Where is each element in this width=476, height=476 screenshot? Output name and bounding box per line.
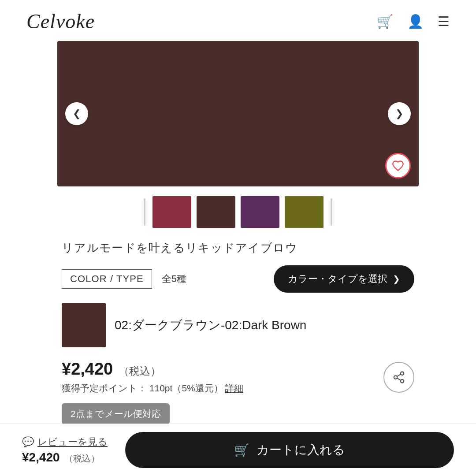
selected-color-swatch [62,303,106,347]
price-row: ¥2,420 （税込） 獲得予定ポイント： 110pt（5%還元） 詳細 [62,360,414,394]
svg-point-2 [401,379,404,383]
color-type-row: COLOR / TYPE 全5種 カラー・タイプを選択 ❯ [62,265,414,293]
arrow-right-icon: ❯ [393,274,400,284]
strip-divider-right [331,198,332,226]
product-image: ❮ ❯ [57,41,419,186]
color-type-badge: COLOR / TYPE [62,269,152,289]
review-section: 💬 レビューを見る ¥2,420 （税込） [22,435,108,465]
svg-line-3 [397,378,401,380]
header: Celvoke 🛒 👤 ☰ [0,0,476,41]
points-line: 獲得予定ポイント： 110pt（5%還元） 詳細 [62,382,243,394]
review-bubble-icon: 💬 [22,436,34,448]
select-button-label: カラー・タイプを選択 [288,272,387,286]
account-icon[interactable]: 👤 [407,14,424,29]
menu-icon[interactable]: ☰ [438,14,450,29]
svg-point-1 [394,376,398,379]
chevron-right-icon: ❯ [395,108,403,119]
cart-icon: 🛒 [234,443,249,457]
wishlist-button[interactable] [385,153,411,178]
strip-divider-left [144,198,145,226]
cart-icon[interactable]: 🛒 [377,14,393,29]
thumbnail-strip [57,196,419,228]
thumbnail-swatch-4[interactable] [285,196,324,228]
points-text: 獲得予定ポイント： 110pt（5%還元） [62,383,223,393]
logo: Celvoke [26,10,95,33]
product-subtitle: リアルモードを叶えるリキッドアイブロウ [62,240,414,256]
chevron-left-icon: ❮ [73,108,81,119]
svg-point-0 [401,372,404,375]
bottom-bar: 💬 レビューを見る ¥2,420 （税込） 🛒 カートに入れる [0,424,476,476]
add-to-cart-button[interactable]: 🛒 カートに入れる [125,432,454,468]
points-detail-link[interactable]: 詳細 [225,383,243,393]
thumbnail-swatch-3[interactable] [241,196,279,228]
selected-color-name: 02:ダークブラウン-02:Dark Brown [115,317,306,334]
thumbnail-swatch-1[interactable] [152,196,191,228]
review-link[interactable]: 💬 レビューを見る [22,435,108,449]
price-info: ¥2,420 （税込） 獲得予定ポイント： 110pt（5%還元） 詳細 [62,360,243,394]
price-amount: ¥2,420 [62,360,113,378]
bottom-price: ¥2,420 [22,450,60,464]
carousel-next-button[interactable]: ❯ [388,102,411,125]
carousel-prev-button[interactable]: ❮ [65,102,88,125]
cart-label: カートに入れる [257,442,345,458]
bottom-price-tax: （税込） [64,454,100,463]
price-line: ¥2,420 （税込） [62,360,243,379]
share-button[interactable] [383,362,414,393]
selected-color-row: 02:ダークブラウン-02:Dark Brown [62,303,414,347]
mail-badge: 2点までメール便対応 [62,403,170,424]
color-type-count: 全5種 [162,272,186,286]
product-info: リアルモードを叶えるリキッドアイブロウ COLOR / TYPE 全5種 カラー… [57,240,419,431]
thumbnail-swatch-2[interactable] [197,196,235,228]
svg-line-4 [397,374,401,376]
review-link-text: レビューを見る [37,435,108,449]
share-icon [392,371,405,384]
bottom-price-line: ¥2,420 （税込） [22,450,108,465]
price-tax: （税込） [119,365,161,377]
header-icons: 🛒 👤 ☰ [377,14,450,29]
heart-icon [392,160,404,172]
select-color-button[interactable]: カラー・タイプを選択 ❯ [274,265,414,293]
